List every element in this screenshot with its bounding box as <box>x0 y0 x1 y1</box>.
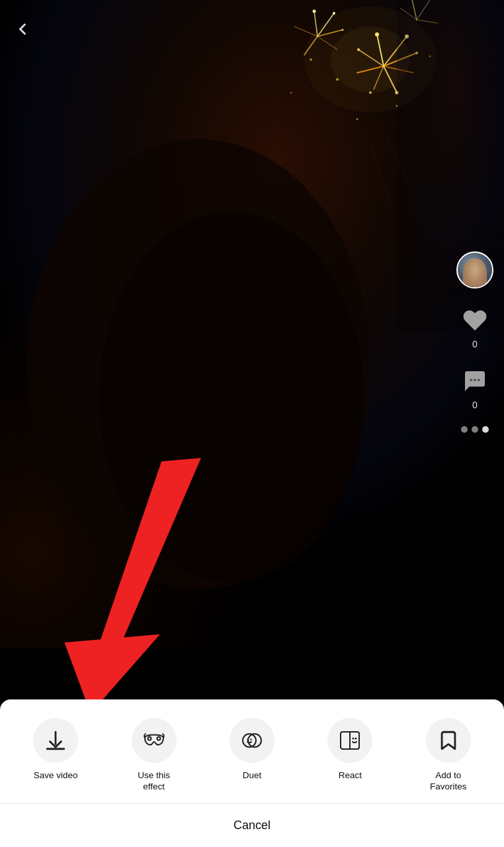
use-effect-label: Use thiseffect <box>138 770 170 793</box>
svg-line-16 <box>317 30 343 36</box>
svg-point-11 <box>415 52 418 54</box>
svg-point-53 <box>250 738 251 740</box>
likes-count: 0 <box>472 339 478 349</box>
action-sheet: Save video Use thiseffect <box>0 699 504 847</box>
avatar[interactable] <box>456 251 493 289</box>
svg-line-8 <box>358 50 384 66</box>
svg-point-13 <box>357 48 360 51</box>
duet-label: Duet <box>243 770 262 781</box>
svg-point-52 <box>247 738 248 740</box>
svg-line-9 <box>377 34 384 66</box>
svg-point-21 <box>333 12 335 15</box>
react-button[interactable]: React <box>317 718 383 781</box>
svg-line-3 <box>384 53 417 66</box>
svg-point-34 <box>310 58 312 61</box>
svg-point-48 <box>147 736 151 740</box>
add-favorites-button[interactable]: Add toFavorites <box>415 718 482 793</box>
cancel-button[interactable]: Cancel <box>0 804 504 847</box>
react-label: React <box>339 770 362 781</box>
right-sidebar: 0 0 <box>456 251 493 433</box>
cancel-label: Cancel <box>233 819 271 832</box>
svg-point-33 <box>429 56 431 58</box>
svg-line-5 <box>384 66 397 93</box>
duet-icon-circle <box>230 718 274 763</box>
svg-point-12 <box>396 91 399 95</box>
save-video-icon-circle <box>33 718 78 763</box>
back-button[interactable] <box>13 20 32 43</box>
action-row: Save video Use thiseffect <box>0 699 504 804</box>
save-video-label: Save video <box>34 770 78 781</box>
svg-point-45 <box>478 379 480 381</box>
svg-point-29 <box>369 91 372 94</box>
svg-point-36 <box>304 7 437 112</box>
svg-point-32 <box>336 78 339 81</box>
favorites-icon-circle <box>426 718 471 763</box>
svg-point-56 <box>353 737 355 739</box>
svg-point-31 <box>396 105 398 107</box>
use-effect-icon-circle <box>132 718 177 763</box>
svg-point-57 <box>355 737 357 739</box>
svg-line-17 <box>317 36 337 50</box>
navigation-dots <box>461 426 489 433</box>
svg-line-25 <box>417 20 438 23</box>
svg-marker-46 <box>50 458 222 715</box>
comment-button[interactable]: 0 <box>459 365 491 410</box>
add-favorites-label: Add toFavorites <box>430 770 467 793</box>
svg-line-27 <box>411 0 417 20</box>
like-button[interactable]: 0 <box>459 304 491 349</box>
svg-line-7 <box>357 66 384 73</box>
duet-button[interactable]: Duet <box>219 718 285 781</box>
svg-point-35 <box>290 92 292 94</box>
svg-line-20 <box>314 11 317 36</box>
svg-point-43 <box>470 379 472 381</box>
svg-line-19 <box>294 26 317 36</box>
svg-line-6 <box>374 66 384 89</box>
svg-line-24 <box>417 0 430 20</box>
svg-point-44 <box>474 379 476 381</box>
svg-point-22 <box>313 10 316 13</box>
red-arrow <box>40 450 251 715</box>
svg-line-18 <box>304 36 317 55</box>
svg-line-41 <box>384 132 410 185</box>
react-icon-circle <box>327 718 372 763</box>
svg-line-15 <box>317 13 334 36</box>
svg-point-30 <box>357 118 358 120</box>
svg-line-4 <box>384 66 413 73</box>
comments-count: 0 <box>472 400 478 410</box>
svg-point-23 <box>342 29 344 31</box>
svg-point-37 <box>331 26 410 93</box>
save-video-button[interactable]: Save video <box>22 718 89 781</box>
svg-line-2 <box>384 36 407 66</box>
use-effect-button[interactable]: Use thiseffect <box>121 718 187 793</box>
svg-line-26 <box>400 8 417 20</box>
svg-point-10 <box>405 34 409 38</box>
svg-point-49 <box>157 736 160 740</box>
svg-point-14 <box>375 32 379 36</box>
svg-line-42 <box>370 146 390 205</box>
